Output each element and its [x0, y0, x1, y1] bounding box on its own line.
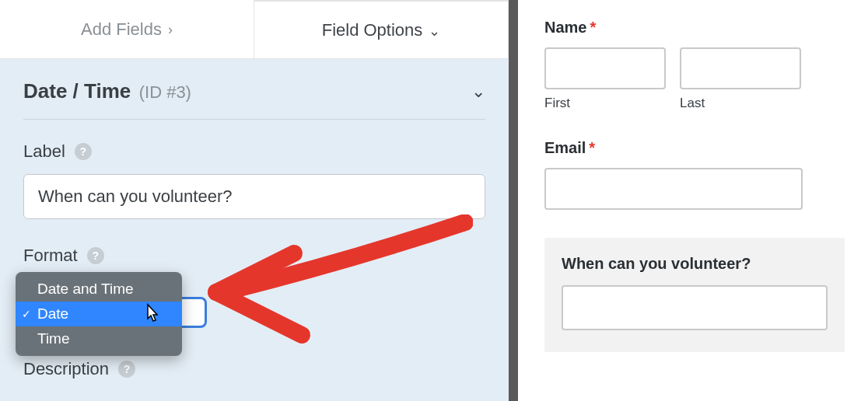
preview-volunteer-field[interactable]: When can you volunteer? — [544, 238, 845, 352]
preview-email-field: Email * — [544, 139, 845, 210]
preview-name-field: Name * First Last — [544, 19, 845, 111]
preview-email-label: Email * — [544, 139, 845, 157]
field-settings-area: Date / Time (ID #3) ⌄ Label ? Format ? — [0, 59, 509, 401]
help-icon[interactable]: ? — [118, 361, 135, 378]
label-input[interactable] — [23, 174, 485, 219]
section-header[interactable]: Date / Time (ID #3) ⌄ — [23, 79, 485, 120]
format-option-date[interactable]: Date — [16, 302, 182, 326]
preview-name-label: Name * — [544, 19, 845, 37]
name-inputs-row: First Last — [544, 47, 845, 111]
format-option-date-and-time[interactable]: Date and Time — [16, 277, 182, 302]
description-label-text: Description — [23, 359, 109, 379]
form-preview-panel: Name * First Last Email * Wh — [518, 0, 868, 401]
tab-label: Field Options — [322, 20, 423, 40]
description-setting: Description ? — [23, 359, 485, 379]
format-label-row: Format ? — [23, 246, 485, 266]
help-icon[interactable]: ? — [87, 247, 104, 264]
volunteer-date-input[interactable] — [562, 285, 828, 330]
format-label-text: Format — [23, 246, 78, 266]
preview-volunteer-label: When can you volunteer? — [562, 255, 828, 273]
label-text: Label — [23, 141, 65, 162]
email-input[interactable] — [544, 168, 803, 210]
label-setting: Label ? — [23, 141, 485, 219]
first-name-col: First — [544, 47, 666, 111]
section-title-wrap: Date / Time (ID #3) — [23, 79, 191, 103]
chevron-right-icon: › — [168, 22, 173, 38]
section-title: Date / Time — [23, 79, 131, 103]
format-option-time[interactable]: Time — [16, 326, 182, 351]
required-marker: * — [590, 19, 596, 37]
tab-field-options[interactable]: Field Options ⌄ — [254, 0, 509, 58]
last-name-input[interactable] — [680, 47, 801, 89]
field-options-panel: Add Fields › Field Options ⌄ Date / Time… — [0, 0, 509, 401]
first-name-input[interactable] — [544, 47, 666, 89]
format-dropdown[interactable]: Date and Time Date Time — [16, 272, 182, 356]
label-row: Label ? — [23, 141, 485, 162]
label-text: Name — [544, 19, 586, 37]
tab-add-fields[interactable]: Add Fields › — [0, 0, 254, 58]
first-sublabel: First — [544, 96, 666, 111]
help-icon[interactable]: ? — [75, 143, 92, 160]
label-text: Email — [544, 139, 586, 157]
description-label-row: Description ? — [23, 359, 485, 379]
tab-label: Add Fields — [81, 19, 162, 40]
chevron-down-icon: ⌄ — [429, 23, 440, 40]
section-id: (ID #3) — [139, 82, 191, 102]
last-sublabel: Last — [680, 96, 801, 111]
required-marker: * — [589, 139, 595, 157]
chevron-down-icon[interactable]: ⌄ — [471, 82, 485, 102]
panel-tabs: Add Fields › Field Options ⌄ — [0, 0, 509, 59]
last-name-col: Last — [680, 47, 801, 111]
select-outline-stub — [180, 297, 207, 328]
format-setting: Format ? Date and Time Date Time — [23, 246, 485, 266]
panel-divider[interactable] — [509, 0, 518, 401]
